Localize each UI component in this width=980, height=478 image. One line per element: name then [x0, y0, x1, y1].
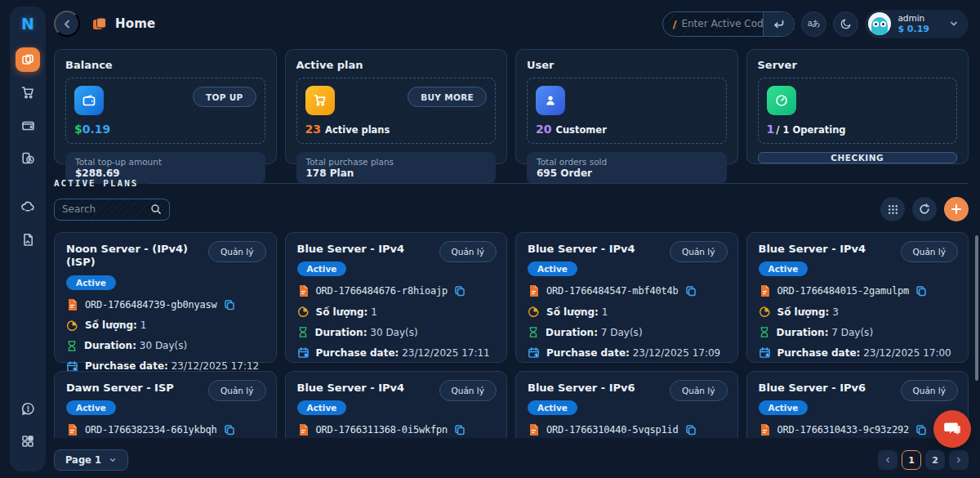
page-1-button[interactable]: 1	[902, 450, 921, 470]
manage-button[interactable]: Quản lý	[208, 241, 265, 262]
plan-card: Blue Server - IPv4 Quản lý Active ORD-17…	[285, 371, 508, 438]
moon-icon	[840, 18, 852, 29]
order-id: ORD-1766484739-gb0nyasw	[85, 299, 217, 310]
order-id: ORD-1766310440-5vqsp1id	[546, 424, 679, 436]
plan-card: Blue Server - IPv4 Quản lý Active ORD-17…	[746, 232, 969, 363]
page-select-label: Page 1	[65, 454, 101, 466]
user-menu[interactable]: admin $ 0.19	[865, 10, 969, 38]
active-code-field: /	[662, 11, 795, 37]
status-badge: Active	[528, 261, 577, 276]
submit-code-button[interactable]	[763, 12, 794, 36]
manage-button[interactable]: Quản lý	[439, 241, 497, 262]
refresh-button[interactable]	[912, 197, 937, 221]
copy-button[interactable]	[224, 299, 235, 310]
order-row: ORD-1766311368-0i5wkfpn	[297, 423, 496, 436]
page-2-button[interactable]: 2	[925, 450, 945, 470]
copy-icon	[454, 285, 466, 297]
search-input[interactable]	[62, 203, 150, 215]
plans-grid: Noon Server - (IPv4) (ISP) Quản lý Activ…	[54, 232, 969, 438]
active-code-input[interactable]	[681, 18, 763, 29]
chevron-right-icon	[955, 456, 963, 464]
file-icon	[528, 423, 540, 436]
sidebar-item-documents[interactable]	[16, 227, 40, 252]
search-field	[54, 199, 170, 221]
top-up-button[interactable]: TOP UP	[193, 87, 256, 107]
server-title: Server	[758, 59, 958, 71]
dashboard-icon	[21, 53, 34, 66]
page-size-select[interactable]: Page 1	[54, 449, 128, 471]
cart-icon	[305, 86, 335, 115]
order-id: ORD-1766382334-661ykbqh	[85, 424, 217, 436]
balance-title: Balance	[65, 59, 265, 71]
back-button[interactable]	[54, 11, 80, 37]
copy-button[interactable]	[685, 285, 697, 297]
file-icon	[297, 284, 310, 297]
order-row: ORD-1766310440-5vqsp1id	[528, 423, 726, 436]
main-content: Home / aあ	[54, 0, 969, 478]
plan-card: Blue Server - IPv6 Quản lý Active ORD-17…	[515, 371, 738, 438]
add-plan-button[interactable]	[944, 197, 969, 221]
plans-viewport[interactable]: Noon Server - (IPv4) (ISP) Quản lý Activ…	[54, 232, 969, 438]
manage-button[interactable]: Quản lý	[670, 380, 727, 401]
order-row: ORD-1766382334-661ykbqh	[66, 423, 265, 436]
copy-button[interactable]	[915, 285, 927, 297]
manage-button[interactable]: Quản lý	[901, 380, 958, 401]
chat-widget-button[interactable]	[933, 410, 971, 448]
manage-button[interactable]: Quản lý	[208, 380, 265, 401]
status-badge: Active	[297, 261, 347, 276]
order-id: ORD-1766484547-mbf40t4b	[546, 285, 679, 297]
copy-button[interactable]	[454, 424, 466, 436]
theme-toggle-button[interactable]	[833, 11, 858, 37]
purchase-date-row: Purchase date: 23/12/2025 17:00	[759, 346, 957, 359]
checking-button[interactable]: CHECKING	[758, 152, 958, 163]
next-page-button[interactable]	[949, 450, 969, 470]
copy-button[interactable]	[915, 424, 927, 436]
copy-icon	[224, 424, 235, 436]
file-icon	[66, 298, 78, 311]
copy-button[interactable]	[224, 424, 235, 436]
pie-icon	[297, 306, 310, 318]
layout-grid-button[interactable]	[880, 197, 905, 221]
language-toggle-button[interactable]: aあ	[801, 11, 826, 37]
quantity-row: Số lượng: 1	[528, 306, 726, 318]
manage-button[interactable]: Quản lý	[670, 241, 727, 262]
sidebar-item-cloud[interactable]	[16, 194, 40, 219]
slash-icon: /	[673, 18, 677, 30]
copy-button[interactable]	[685, 424, 697, 436]
enter-arrow-icon	[773, 19, 785, 29]
chevron-down-icon	[109, 456, 117, 464]
sidebar-item-wallet[interactable]	[16, 113, 40, 137]
sidebar-item-dashboard[interactable]	[16, 47, 40, 72]
active-plan-value: 23 Active plans	[305, 123, 488, 136]
calendar-icon	[528, 346, 540, 359]
server-box: 1/ 1 Operating	[758, 78, 958, 144]
sidebar-item-history[interactable]	[16, 145, 40, 170]
active-plan-card: Active plan BUY MORE 23 Active plans Tot…	[285, 49, 508, 164]
server-card: Server 1/ 1 Operating CHECKING	[746, 49, 969, 164]
buy-more-button[interactable]: BUY MORE	[408, 87, 487, 107]
duration-row: Duration: 7 Day(s)	[759, 326, 957, 338]
status-badge: Active	[528, 400, 577, 415]
user-name: admin	[898, 13, 929, 24]
copy-button[interactable]	[454, 285, 466, 297]
balance-box: TOP UP $0.19	[65, 78, 265, 144]
sidebar-item-support[interactable]	[16, 396, 40, 421]
user-icon	[536, 86, 565, 115]
order-id: ORD-1766484676-r8hioajp	[316, 285, 448, 297]
status-badge: Active	[297, 400, 347, 415]
manage-button[interactable]: Quản lý	[439, 380, 497, 401]
duration-row: Duration: 30 Day(s)	[297, 326, 496, 338]
balance-card: Balance TOP UP $0.19 Total top-up amount…	[54, 49, 277, 164]
scrollbar[interactable]	[975, 235, 978, 381]
divider	[149, 183, 969, 184]
file-icon	[528, 284, 540, 297]
server-value: 1/ 1 Operating	[767, 123, 949, 136]
prev-page-button[interactable]	[878, 450, 898, 470]
quantity-row: Số lượng: 1	[66, 319, 265, 332]
manage-button[interactable]: Quản lý	[901, 241, 958, 262]
history-icon	[21, 151, 35, 165]
status-badge: Active	[759, 400, 808, 415]
sidebar-item-apps[interactable]	[16, 429, 40, 453]
sidebar-item-shop[interactable]	[16, 80, 40, 105]
refresh-icon	[919, 203, 930, 215]
